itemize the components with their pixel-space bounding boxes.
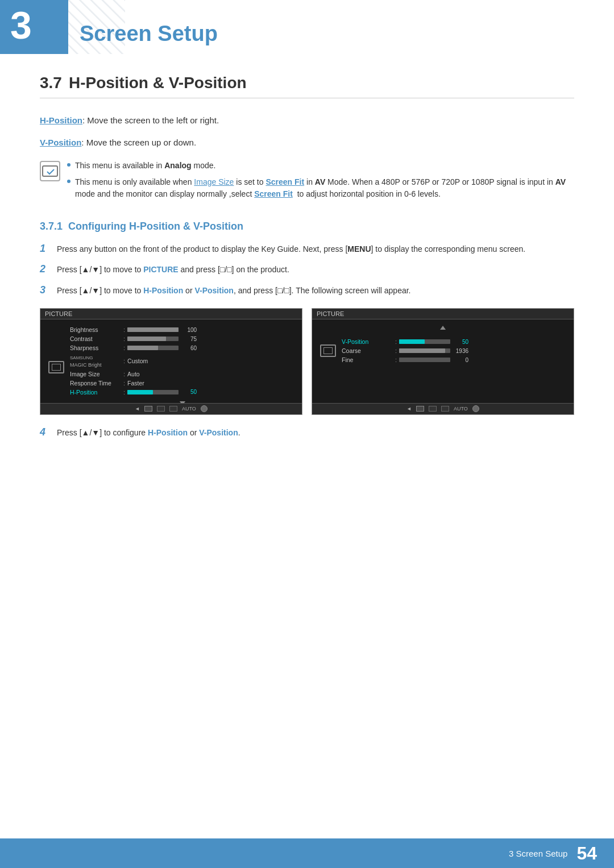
bullet-dot-2: [67, 180, 70, 183]
step-4-number: 4: [40, 426, 57, 438]
note-text-2: This menu is only available when Image S…: [75, 176, 574, 200]
step-1-number: 1: [40, 243, 57, 255]
monitor-left-bottom: ◄ AUTO: [40, 403, 302, 414]
footer-page-number: 54: [576, 843, 597, 864]
svg-rect-3: [43, 166, 57, 176]
menu-row-vposition: V-Position : 50: [339, 337, 569, 346]
monitor-left: PICTURE Brightness : 100: [40, 308, 302, 415]
menu-row-hposition: H-Position : 50: [68, 388, 297, 397]
monitor-right-header: PICTURE: [312, 309, 574, 319]
monitor-left-header: PICTURE: [40, 309, 302, 319]
note-icon: [40, 161, 60, 181]
monitor-left-content: Brightness : 100 Contrast : 75: [40, 319, 302, 414]
section-title: 3.7H-Position & V-Position: [40, 74, 574, 98]
step-3-number: 3: [40, 284, 57, 296]
monitor-right: PICTURE V-Position :: [312, 308, 574, 415]
step-1: 1 Press any button on the front of the p…: [40, 243, 574, 255]
note-bullet-2: This menu is only available when Image S…: [67, 176, 574, 200]
footer: 3 Screen Setup 54: [0, 838, 614, 868]
menu-row-coarse: Coarse : 1936: [339, 346, 569, 355]
vposition-term: V-Position: [40, 138, 81, 147]
step-3: 3 Press [▲/▼] to move to H-Position or V…: [40, 284, 574, 297]
hposition-term: H-Position: [40, 115, 82, 125]
vposition-text: : Move the screen up or down.: [81, 138, 196, 147]
hposition-text: : Move the screen to the left or right.: [82, 115, 219, 125]
step-4: 4 Press [▲/▼] to configure H-Position or…: [40, 426, 574, 439]
monitor-right-icon: [317, 335, 339, 367]
bullet-dot-1: [67, 163, 70, 167]
step-2-text: Press [▲/▼] to move to PICTURE and press…: [57, 263, 574, 276]
chapter-number: 3: [10, 6, 32, 44]
step-2: 2 Press [▲/▼] to move to PICTURE and pre…: [40, 263, 574, 276]
menu-row-imagesize: Image Size : Auto: [68, 369, 297, 379]
menu-row-magic: SAMSUNG MAGIC Bright : Custom: [68, 352, 297, 369]
monitor-right-menu: V-Position : 50 Coarse : 1936: [339, 335, 569, 367]
note-bullets: This menu is available in Analog mode. T…: [67, 160, 574, 205]
note-box: This menu is available in Analog mode. T…: [40, 160, 574, 205]
step-4-text: Press [▲/▼] to configure H-Position or V…: [57, 426, 574, 439]
monitor-left-icon-box: [48, 361, 64, 373]
subsection-title: 3.7.1 Configuring H-Position & V-Positio…: [40, 221, 574, 232]
monitor-right-bottom: ◄ AUTO: [312, 403, 574, 414]
monitor-right-icon-box: [320, 344, 336, 357]
note-bullet-1: This menu is available in Analog mode.: [67, 160, 574, 172]
menu-row-responsetime: Response Time : Faster: [68, 379, 297, 388]
note-text-1: This menu is available in Analog mode.: [75, 160, 215, 172]
step-1-text: Press any button on the front of the pro…: [57, 243, 574, 255]
footer-section-label: 3 Screen Setup: [509, 849, 567, 858]
monitor-screenshots: PICTURE Brightness : 100: [40, 308, 574, 415]
step-3-text: Press [▲/▼] to move to H-Position or V-P…: [57, 284, 574, 297]
step-2-number: 2: [40, 263, 57, 275]
menu-row-sharpness: Sharpness : 60: [68, 343, 297, 352]
chapter-title: Screen Setup: [80, 22, 218, 46]
hposition-definition: H-Position: Move the screen to the left …: [40, 115, 574, 125]
menu-row-fine: Fine : 0: [339, 355, 569, 364]
menu-row-brightness: Brightness : 100: [68, 325, 297, 334]
steps-list: 1 Press any button on the front of the p…: [40, 243, 574, 297]
monitor-left-menu: Brightness : 100 Contrast : 75: [68, 323, 297, 411]
monitor-left-icon: [45, 323, 68, 411]
monitor-right-content: V-Position : 50 Coarse : 1936: [312, 331, 574, 370]
section-number: 3.7: [40, 74, 62, 92]
vposition-definition: V-Position: Move the screen up or down.: [40, 138, 574, 147]
menu-row-contrast: Contrast : 75: [68, 334, 297, 343]
